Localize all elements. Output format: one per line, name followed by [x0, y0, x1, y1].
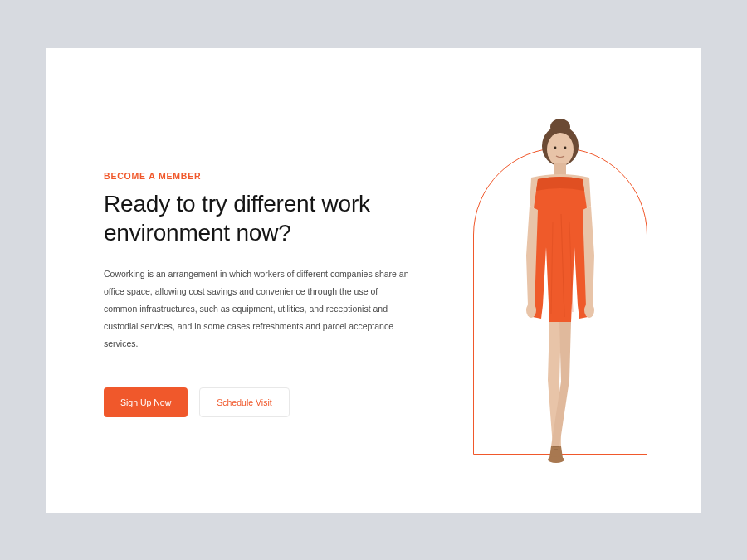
svg-point-7	[554, 146, 557, 149]
svg-point-2	[547, 133, 574, 166]
hero-visual	[465, 114, 656, 463]
svg-point-8	[564, 146, 567, 149]
svg-point-6	[548, 456, 564, 463]
svg-point-5	[584, 303, 594, 318]
signup-button[interactable]: Sign Up Now	[104, 387, 188, 417]
schedule-visit-button[interactable]: Schedule Visit	[199, 387, 289, 417]
cta-row: Sign Up Now Schedule Visit	[104, 387, 419, 417]
person-illustration	[481, 114, 639, 471]
hero-card: BECOME A MEMBER Ready to try different w…	[46, 48, 701, 513]
hero-body: Coworking is an arrangement in which wor…	[104, 265, 411, 353]
svg-rect-3	[554, 163, 566, 176]
hero-headline: Ready to try different work environment …	[104, 189, 419, 247]
svg-point-4	[526, 303, 536, 318]
eyebrow-label: BECOME A MEMBER	[104, 171, 419, 181]
hero-content: BECOME A MEMBER Ready to try different w…	[104, 171, 419, 417]
